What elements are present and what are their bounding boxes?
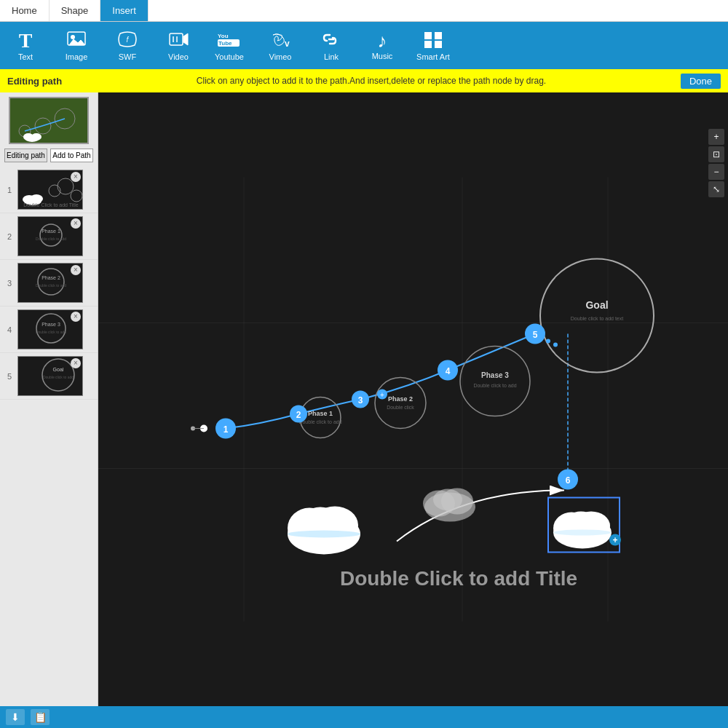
svg-point-60 [460,347,530,416]
slide-list: 1 Double Click to add Title × [0,167,98,706]
nav-insert[interactable]: Insert [100,0,149,21]
music-icon: ♪ [378,31,387,50]
svg-text:Double Click to add Title: Double Click to add Title [23,202,79,207]
svg-rect-14 [424,41,432,48]
link-icon [321,31,341,51]
vimeo-icon: v [270,31,290,51]
svg-text:Double click to add: Double click to add [36,283,66,288]
svg-point-82 [553,343,558,347]
bottom-btn-2[interactable]: 📋 [31,709,50,725]
toolbar-text[interactable]: T Text [7,31,44,61]
slide-close-button[interactable]: × [71,172,81,182]
toolbar-smartart[interactable]: Smart Art [415,31,451,61]
toolbar-vimeo-label: Vimeo [269,52,292,61]
svg-text:You: You [218,33,229,39]
bottom-bar: ⬇ 📋 [0,706,728,728]
toolbar-music[interactable]: ♪ Music [364,31,400,60]
toolbar-video-label: Video [168,52,189,61]
toolbar-youtube-label: Youtube [215,52,244,61]
slide-number: 4 [4,325,15,334]
svg-point-81 [546,339,550,344]
svg-text:Tube: Tube [218,40,232,47]
toolbar-video[interactable]: Video [160,31,197,61]
editing-bar-title: Editing path [7,76,62,87]
toolbar-image[interactable]: Image [58,31,95,61]
toolbar-smartart-label: Smart Art [416,52,450,61]
svg-point-93 [433,489,462,511]
svg-rect-12 [424,32,432,39]
expand-button[interactable]: ⤡ [708,181,724,197]
zoom-out-button[interactable]: − [708,164,724,180]
slide-close-button[interactable]: × [71,358,81,368]
svg-text:f: f [127,36,130,44]
youtube-icon: You Tube [218,31,241,51]
add-to-path-button[interactable]: Add to Path [50,149,93,162]
svg-text:6: 6 [566,475,571,486]
slide-thumbnail: Double Click to add Title × [17,170,83,210]
sidebar: Editing path Add to Path 1 [0,92,98,706]
slide-item[interactable]: 5 Goal Double click to add × [0,353,98,400]
svg-text:Double click to add: Double click to add [36,237,66,241]
canvas-area[interactable]: Phase 1 Double click to add Phase 2 Doub… [98,92,728,706]
sidebar-top: Editing path Add to Path [0,92,98,167]
svg-text:5: 5 [533,330,538,340]
editing-bar: Editing path Click on any object to add … [0,69,728,92]
slide-item[interactable]: 4 Phase 3 Double click to add × [0,306,98,353]
slide-close-button[interactable]: × [71,312,81,322]
svg-text:Phase 3: Phase 3 [481,371,509,379]
slide-item[interactable]: 1 Double Click to add Title × [0,167,98,213]
slide-thumbnail: Phase 3 Double click to add × [17,309,83,349]
slide-thumbnail: Phase 1 Double click to add × [17,216,83,256]
bottom-btn-1[interactable]: ⬇ [6,709,25,725]
slide-item[interactable]: 2 Phase 1 Double click to add × [0,213,98,260]
svg-point-22 [31,133,41,141]
svg-text:Double click to add: Double click to add [36,330,66,334]
svg-text:Double click to add: Double click to add [298,419,341,424]
svg-text:Double click to add: Double click to add [43,375,74,379]
slide-thumbnail: Phase 2 Double click to add × [17,263,83,303]
preview-thumbnail [9,97,89,144]
slide-thumbnail: Goal Double click to add × [17,356,83,396]
svg-text:2: 2 [296,410,301,420]
slide-number: 3 [4,279,15,288]
done-button[interactable]: Done [681,74,721,89]
svg-text:3: 3 [358,395,363,405]
svg-text:Double click: Double click [387,405,414,410]
toolbar: T Text Image f SWF [0,22,728,69]
slide-close-button[interactable]: × [71,218,81,229]
svg-rect-15 [435,41,442,48]
slide-close-button[interactable]: × [71,265,81,275]
svg-text:Double click to add: Double click to add [473,383,516,388]
slide-item[interactable]: 3 Phase 2 Double click to add × [0,260,98,306]
toolbar-swf[interactable]: f SWF [109,31,146,61]
nav-home[interactable]: Home [0,0,50,21]
svg-text:+: + [612,535,617,545]
toolbar-youtube[interactable]: You Tube Youtube [211,31,248,61]
svg-text:Double Click to add Title: Double Click to add Title [340,567,577,590]
svg-point-99 [553,530,612,536]
svg-text:1: 1 [223,424,229,435]
toolbar-link-label: Link [324,52,339,61]
svg-text:Goal: Goal [53,367,64,372]
toolbar-vimeo[interactable]: v Vimeo [262,31,298,61]
slide-number: 1 [4,186,15,194]
svg-text:Double click to add text: Double click to add text [571,316,623,321]
editing-path-button[interactable]: Editing path [4,149,47,162]
toolbar-swf-label: SWF [119,52,136,61]
svg-text:Phase 1: Phase 1 [41,229,60,234]
zoom-in-button[interactable]: + [708,129,724,145]
svg-text:+: + [380,391,384,399]
svg-text:Phase 3: Phase 3 [41,322,60,327]
svg-text:v: v [285,39,290,48]
canvas-svg: Phase 1 Double click to add Phase 2 Doub… [98,92,728,706]
svg-point-89 [288,531,360,538]
zoom-fit-button[interactable]: ⊡ [708,146,724,162]
slide-number: 2 [4,232,15,241]
svg-rect-13 [435,32,442,39]
svg-point-57 [375,378,426,429]
toolbar-link[interactable]: Link [313,31,349,61]
svg-text:Phase 2: Phase 2 [41,275,60,280]
right-toolbar: + ⊡ − ⤡ [708,129,724,197]
nav-shape[interactable]: Shape [50,0,101,21]
svg-point-1 [71,35,75,39]
